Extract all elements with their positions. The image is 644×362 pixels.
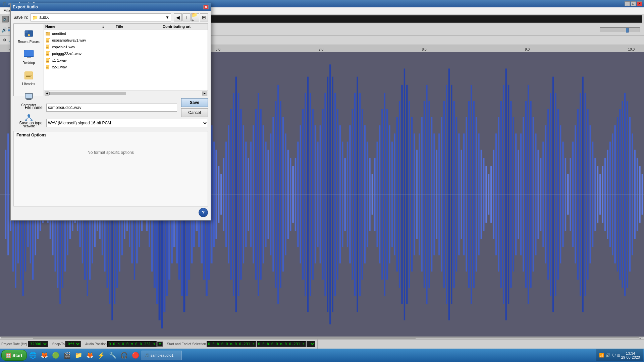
save-as-type-row: Save as type: WAV (Microsoft) signed 16-… [13,119,208,127]
nav-up-button[interactable]: ↑ [182,13,191,21]
file-item-esp1[interactable]: WAV espsamplewav1.wav [44,37,208,44]
file-hscroll[interactable]: ◀ ▶ [44,90,208,96]
file-name-row: File name: Save Cancel [13,98,208,117]
project-rate-select[interactable]: 32000 [28,341,48,347]
svg-point-262 [28,34,30,36]
file-browser: Recent Places Desktop [13,23,208,96]
project-rate-label: Project Rate (Hz) [1,342,27,346]
svg-rect-280 [46,32,48,33]
tray-date: 29-08-2020 [621,355,640,359]
taskbar-chrome-icon[interactable]: 🟢 [50,350,61,361]
help-button[interactable]: ? [199,208,208,217]
file-name-x1: x1-1.wav [52,58,106,62]
selection-end-value: 0 0 h 0 0 m 0 0.231 s [257,341,306,347]
svg-rect-269 [26,76,31,77]
taskbar-folder-icon[interactable]: 📁 [73,350,84,361]
nav-view-button[interactable]: ⊞ [200,13,208,21]
scroll-right-btn[interactable]: ▶ [202,92,207,96]
tray-clock: 13:34 29-08-2020 [621,351,640,359]
audio-position-dropdown[interactable]: ▼ [157,342,163,347]
sidebar-desktop[interactable]: Desktop [14,46,44,67]
start-button[interactable]: 🪟 Start [1,350,27,361]
taskbar: 🪟 Start 🌐 🦊 🟢 🎬 📁 🦊 ⚡ 🔧 🎧 🔴 🎵 sampleaudi… [0,349,644,362]
format-options: Format Options No format specific option… [13,131,208,206]
col-name-header[interactable]: Name [45,24,102,28]
close-button[interactable]: ✕ [637,1,642,6]
minimize-button[interactable]: _ [625,1,630,6]
file-name-espviola: espviola1.wav [52,45,106,49]
taskbar-ie-icon[interactable]: 🌐 [28,350,38,361]
file-item-espviola[interactable]: WAV espviola1.wav [44,44,208,50]
file-list: unedited WAV espsamplewav1.wav WAV espvi… [44,29,208,90]
svg-text:WAV: WAV [46,40,49,42]
file-item-unedited[interactable]: unedited [44,30,208,37]
svg-rect-264 [24,50,34,56]
speaker-icon[interactable]: 🔊 [2,16,9,22]
format-no-options-text: No format specific options [16,140,205,165]
libraries-icon [23,69,35,81]
sidebar-libraries[interactable]: Libraries [14,67,44,88]
scroll-left-btn[interactable]: ◀ [45,92,49,96]
svg-text:WAV: WAV [46,67,49,69]
desktop-label: Desktop [22,61,35,65]
save-in-row: Save in: 📁 audX ▼ ◀ ↑ 📁+ ⊞ [13,13,208,21]
nav-back-button[interactable]: ◀ [174,13,182,21]
info-bar: Project Rate (Hz) 32000 Snap-To Off Audi… [0,339,644,349]
app-icon: 🎵 [2,1,7,6]
cancel-button[interactable]: Cancel [181,108,208,117]
col-title-header[interactable]: Title [116,24,163,28]
dialog-title: Export Audio [13,5,38,9]
selection-label: Start and End of Selection [167,342,206,346]
file-item-pcbggg[interactable]: WAV pcbggg22zx1.wav [44,50,208,57]
timeline-mark-6: 6.0 [216,48,220,51]
project-rate-section: Project Rate (Hz) 32000 [1,340,50,349]
taskbar-browser-icon[interactable]: 🦊 [39,350,50,361]
svg-text:WAV: WAV [46,54,49,55]
file-item-x1[interactable]: WAV x1-1.wav [44,57,208,64]
selection-start-value: 0 0 h 0 0 m 0 0.231 s [207,341,256,347]
format-options-title: Format Options [16,133,205,137]
taskbar-arduino-icon[interactable]: 🔧 [107,350,118,361]
svg-rect-268 [26,75,32,75]
file-sidebar: Recent Places Desktop [14,24,44,96]
tray-security-icon: 🛡 [612,353,616,358]
selection-type-select[interactable] [307,341,315,347]
maximize-button[interactable]: □ [631,1,636,6]
audio-position-section: Audio Position 0 0 h 0 0 m 0 0.231 s ▼ [85,340,165,349]
svg-marker-288 [49,51,50,52]
file-list-header: Name # Title Contributing art [44,24,208,29]
nav-new-folder-button[interactable]: 📁+ [191,13,199,21]
save-button[interactable]: Save [181,98,208,107]
taskbar-flash-icon[interactable]: ⚡ [96,350,107,361]
timeline-mark-8: 8.0 [422,48,427,51]
audio-position-value: 0 0 h 0 0 m 0 0.231 s [107,341,157,347]
recent-places-label: Recent Places [18,40,39,44]
tray-time: 13:34 [626,351,635,355]
col-artist-header[interactable]: Contributing art [163,24,206,28]
taskbar-media-icon[interactable]: 🎬 [62,350,72,361]
col-number-header[interactable]: # [102,24,116,28]
save-as-type-select[interactable]: WAV (Microsoft) signed 16-bit PCM [46,119,208,127]
svg-marker-285 [49,45,50,45]
taskbar-active-window[interactable]: 🎵 sampleaudio1 [142,351,182,360]
libraries-label: Libraries [22,82,35,86]
svg-text:WAV: WAV [46,47,49,49]
file-list-area: Name # Title Contributing art unedited W… [44,24,208,96]
file-name-pcbggg: pcbggg22zx1.wav [52,52,106,56]
timeline-mark-9: 9.0 [525,48,530,51]
file-name-input[interactable] [46,104,177,112]
taskbar-record-icon[interactable]: 🔴 [130,350,141,361]
dialog-form: File name: Save Cancel Save as type: WAV… [13,96,208,131]
snap-to-select[interactable]: Off [65,341,81,347]
save-in-select[interactable]: 📁 audX ▼ [31,13,171,21]
selection-section: Start and End of Selection 0 0 h 0 0 m 0… [167,340,318,349]
playback-speed-slider[interactable] [600,27,640,32]
audio-setup-icon[interactable]: ⚙ [2,38,7,43]
file-item-x2[interactable]: WAV x2-1.wav [44,64,208,70]
taskbar-headphone-icon[interactable]: 🎧 [119,350,129,361]
svg-marker-282 [49,38,50,39]
svg-text:WAV: WAV [46,60,49,62]
dialog-close-button[interactable]: ✕ [203,5,209,9]
sidebar-recent-places[interactable]: Recent Places [14,25,44,46]
taskbar-firefox-icon[interactable]: 🦊 [85,350,95,361]
